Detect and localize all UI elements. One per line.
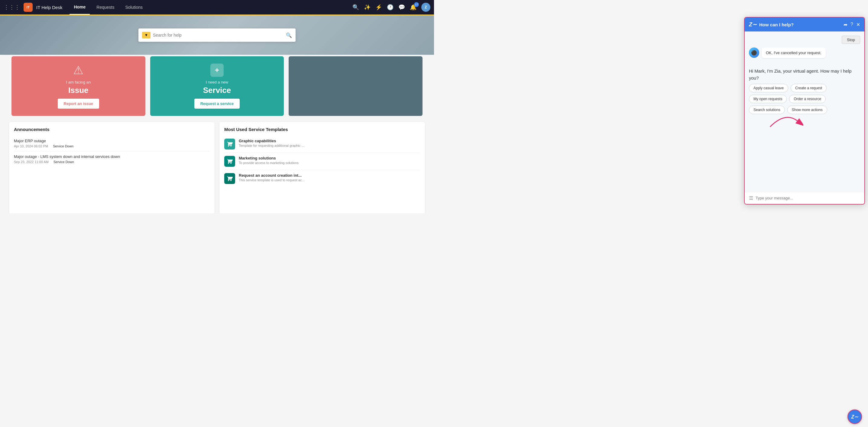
announcements-panel: Announcements Major ERP outage Apr 10, 2… [9,122,215,214]
card-service: + I need a new Service Request a service [150,56,284,116]
search-icon[interactable]: 🔍 [352,4,359,10]
search-wrapper: ▼ 🔍 [138,28,296,42]
grid-icon[interactable]: ⋮⋮⋮ [4,4,20,10]
card-issue-subtitle: I am facing an [66,80,91,84]
main-content: Announcements Major ERP outage Apr 10, 2… [0,119,434,214]
notification-badge: 17 [414,2,419,7]
card-issue: ⚠ I am facing an Issue Report an issue [11,56,145,116]
template-name-2: Request an account creation int... [239,173,420,178]
top-navigation: ⋮⋮⋮ IT IT Help Desk Home Requests Soluti… [0,0,434,15]
bell-icon[interactable]: 🔔 17 [410,4,416,10]
templates-panel: Most Used Service Templates Graphic capa… [219,122,425,214]
chat-icon[interactable]: 💬 [398,4,405,10]
announce-meta-0: Apr 10, 2024 06:02 PM Service Down [14,144,210,148]
template-item-1[interactable]: Marketing solutions To provide access to… [224,153,420,170]
nav-solutions[interactable]: Solutions [121,0,147,15]
topnav-right: 🔍 ✨ ⚡ 🕐 💬 🔔 17 Z [352,3,430,12]
cards-section: ⚠ I am facing an Issue Report an issue +… [0,53,434,119]
announcements-title: Announcements [14,127,210,132]
announce-status-0: Service Down [53,144,73,148]
plus-icon: + [210,63,224,77]
template-name-1: Marketing solutions [239,156,420,161]
card-extra [289,56,423,116]
announce-date-0: Apr 10, 2024 06:02 PM [14,144,48,148]
template-text-1: Marketing solutions To provide access to… [239,156,420,165]
search-input[interactable] [153,33,283,37]
avatar[interactable]: Z [421,3,430,12]
bolt-icon[interactable]: ⚡ [375,4,382,10]
search-dropdown-btn[interactable]: ▼ [142,32,151,38]
gift-icon[interactable]: ✨ [364,4,371,10]
announce-item-1: Major outage - LMS system down and inter… [14,151,210,167]
template-desc-1: To provide access to marketing solutions [239,161,305,165]
request-service-button[interactable]: Request a service [194,98,240,109]
announce-status-1: Service Down [54,160,74,164]
template-desc-0: Template for requesting additional graph… [239,144,305,147]
card-service-subtitle: I need a new [206,80,228,84]
hero-section: ▼ 🔍 [0,16,434,55]
card-service-title: Service [203,86,231,95]
announce-item-0: Major ERP outage Apr 10, 2024 06:02 PM S… [14,136,210,151]
template-icon-0 [224,139,235,149]
template-item-2[interactable]: Request an account creation int... This … [224,170,420,187]
nav-home[interactable]: Home [69,0,90,15]
report-issue-button[interactable]: Report an issue [58,98,99,109]
app-name: IT Help Desk [36,5,62,10]
announce-date-1: Sep 23, 2022 11:00 AM [14,160,49,164]
announce-title-0: Major ERP outage [14,139,210,143]
template-text-0: Graphic capabilities Template for reques… [239,139,420,147]
announce-title-1: Major outage - LMS system down and inter… [14,154,210,159]
template-item-0[interactable]: Graphic capabilities Template for reques… [224,136,420,153]
template-name-0: Graphic capabilities [239,139,420,143]
template-icon-1 [224,156,235,167]
app-logo: IT [24,3,33,12]
history-icon[interactable]: 🕐 [387,4,394,10]
template-desc-2: This service template is used to request… [239,178,305,182]
card-issue-title: Issue [68,86,89,95]
announce-meta-1: Sep 23, 2022 11:00 AM Service Down [14,160,210,164]
nav-requests[interactable]: Requests [92,0,119,15]
search-icon-inline: 🔍 [286,32,292,38]
templates-title: Most Used Service Templates [224,127,420,132]
template-icon-2 [224,173,235,184]
template-text-2: Request an account creation int... This … [239,173,420,182]
warning-icon: ⚠ [73,63,84,77]
